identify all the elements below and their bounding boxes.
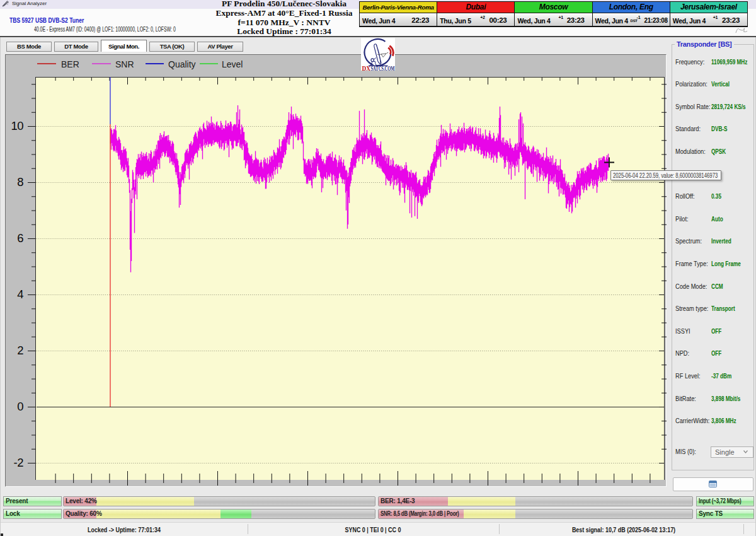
- svg-text:SATCS.COM: SATCS.COM: [371, 65, 395, 71]
- svg-text:DX: DX: [362, 65, 371, 71]
